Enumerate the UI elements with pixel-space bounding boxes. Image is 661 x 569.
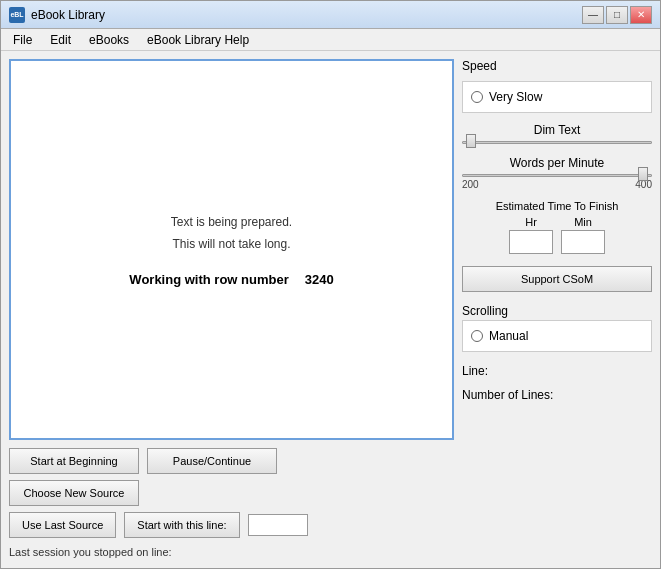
window-controls: — □ ✕: [582, 6, 652, 24]
manual-row: Manual: [471, 329, 643, 343]
start-with-line-button[interactable]: Start with this line:: [124, 512, 239, 538]
speed-label: Speed: [462, 59, 652, 73]
scrolling-label: Scrolling: [462, 304, 652, 318]
btn-row-2: Choose New Source: [9, 480, 454, 506]
menu-edit[interactable]: Edit: [42, 31, 79, 49]
manual-label: Manual: [489, 329, 528, 343]
menu-help[interactable]: eBook Library Help: [139, 31, 257, 49]
hr-input[interactable]: [509, 230, 553, 254]
btn-row-3: Use Last Source Start with this line:: [9, 512, 454, 538]
menu-bar: File Edit eBooks eBook Library Help: [1, 29, 660, 51]
status-row: Last session you stopped on line:: [9, 544, 454, 560]
wpm-section: Words per Minute 200 400: [462, 156, 652, 190]
last-session-label: Last session you stopped on line:: [9, 546, 172, 558]
wpm-range: 200 400: [462, 179, 652, 190]
preparing-line1: Text is being prepared.: [171, 215, 292, 229]
working-row: Working with row number 3240: [129, 272, 333, 287]
speed-box: Very Slow: [462, 81, 652, 113]
dim-text-thumb[interactable]: [466, 134, 476, 148]
title-bar-left: eBL eBook Library: [9, 7, 105, 23]
very-slow-label: Very Slow: [489, 90, 542, 104]
working-value: 3240: [305, 272, 334, 287]
est-time-section: Estimated Time To Finish Hr Min: [462, 200, 652, 254]
use-last-source-button[interactable]: Use Last Source: [9, 512, 116, 538]
manual-radio[interactable]: [471, 330, 483, 342]
dim-text-slider-container: [462, 139, 652, 146]
min-input[interactable]: [561, 230, 605, 254]
wpm-thumb[interactable]: [638, 167, 648, 181]
scrolling-box: Manual: [462, 320, 652, 352]
maximize-button[interactable]: □: [606, 6, 628, 24]
scrolling-section: Scrolling Manual: [462, 304, 652, 352]
min-label: Min: [574, 216, 592, 228]
line-section: Line:: [462, 364, 652, 378]
dim-text-section: Dim Text: [462, 123, 652, 146]
start-beginning-button[interactable]: Start at Beginning: [9, 448, 139, 474]
main-content: Text is being prepared. This will not ta…: [1, 51, 660, 568]
window-title: eBook Library: [31, 8, 105, 22]
preparing-line2: This will not take long.: [172, 237, 290, 251]
num-lines-label: Number of Lines:: [462, 388, 553, 402]
hr-min-row: Hr Min: [462, 216, 652, 254]
menu-ebooks[interactable]: eBooks: [81, 31, 137, 49]
min-box: Min: [561, 216, 605, 254]
est-time-label: Estimated Time To Finish: [462, 200, 652, 212]
working-label: Working with row number: [129, 272, 288, 287]
right-panel: Speed Very Slow Dim Text Words per Minut…: [462, 59, 652, 560]
close-button[interactable]: ✕: [630, 6, 652, 24]
dim-text-track: [462, 141, 652, 144]
hr-box: Hr: [509, 216, 553, 254]
choose-new-source-button[interactable]: Choose New Source: [9, 480, 139, 506]
line-label: Line:: [462, 364, 488, 378]
num-lines-section: Number of Lines:: [462, 388, 652, 402]
wpm-label: Words per Minute: [462, 156, 652, 170]
support-button[interactable]: Support CSoM: [462, 266, 652, 292]
preparing-message: Text is being prepared. This will not ta…: [171, 212, 292, 255]
pause-continue-button[interactable]: Pause/Continue: [147, 448, 277, 474]
dim-text-label: Dim Text: [462, 123, 652, 137]
wpm-slider-container: [462, 172, 652, 179]
menu-file[interactable]: File: [5, 31, 40, 49]
hr-label: Hr: [525, 216, 537, 228]
wpm-min: 200: [462, 179, 479, 190]
btn-row-1: Start at Beginning Pause/Continue: [9, 448, 454, 474]
bottom-controls: Start at Beginning Pause/Continue Choose…: [9, 448, 454, 560]
very-slow-radio[interactable]: [471, 91, 483, 103]
title-bar: eBL eBook Library — □ ✕: [1, 1, 660, 29]
app-icon: eBL: [9, 7, 25, 23]
left-panel: Text is being prepared. This will not ta…: [9, 59, 454, 560]
main-window: eBL eBook Library — □ ✕ File Edit eBooks…: [0, 0, 661, 569]
speed-very-slow-row: Very Slow: [471, 90, 643, 104]
minimize-button[interactable]: —: [582, 6, 604, 24]
start-line-input[interactable]: [248, 514, 308, 536]
text-display-area: Text is being prepared. This will not ta…: [9, 59, 454, 440]
wpm-track: [462, 174, 652, 177]
